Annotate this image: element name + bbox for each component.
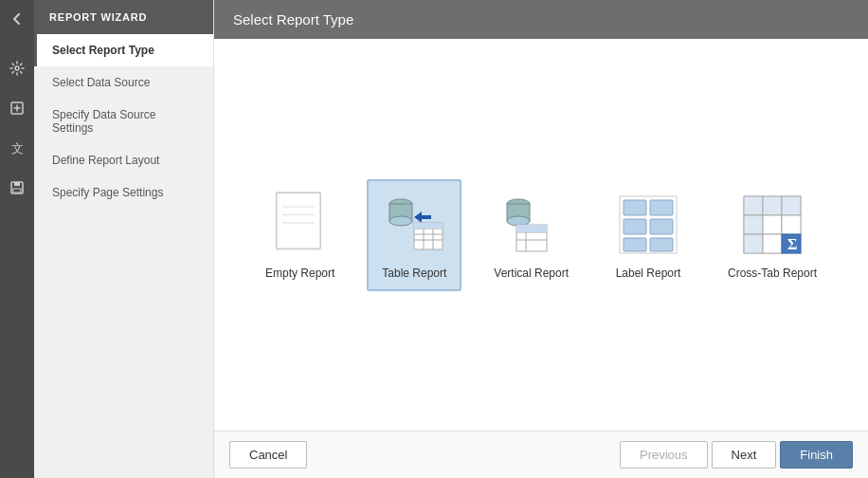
table-report-label: Table Report (382, 267, 446, 280)
crosstab-report-icon: Σ (738, 191, 806, 259)
svg-rect-41 (744, 215, 763, 234)
svg-rect-32 (650, 200, 673, 215)
svg-rect-31 (624, 200, 646, 215)
svg-rect-43 (782, 215, 801, 234)
svg-rect-40 (782, 196, 801, 215)
report-option-table[interactable]: Table Report (367, 179, 461, 291)
sidebar-item-select-data-source[interactable]: Select Data Source (34, 66, 213, 99)
label-report-icon (614, 191, 682, 259)
cancel-button[interactable]: Cancel (229, 441, 307, 469)
svg-rect-34 (650, 219, 673, 234)
svg-rect-5 (13, 189, 21, 193)
empty-report-icon (266, 191, 335, 259)
svg-point-12 (389, 216, 412, 226)
svg-rect-29 (516, 225, 547, 232)
empty-report-label: Empty Report (265, 267, 335, 280)
sidebar-item-specify-page-settings[interactable]: Specify Page Settings (34, 176, 213, 209)
sidebar-items: Select Report Type Select Data Source Sp… (34, 34, 213, 209)
report-option-vertical[interactable]: Vertical Report (480, 179, 582, 291)
main-header: Select Report Type (214, 0, 868, 39)
sidebar-item-select-report-type[interactable]: Select Report Type (34, 34, 213, 66)
svg-text:Σ: Σ (787, 236, 797, 252)
svg-rect-44 (744, 234, 763, 253)
svg-rect-35 (624, 238, 646, 251)
svg-rect-6 (276, 193, 320, 248)
sidebar: REPORT WIZARD Select Report Type Select … (34, 0, 214, 478)
table-report-icon (380, 191, 448, 259)
svg-rect-39 (763, 196, 782, 215)
footer-right: Previous Next Finish (620, 441, 853, 469)
vertical-report-label: Vertical Report (494, 267, 569, 280)
svg-rect-33 (624, 219, 646, 234)
svg-marker-13 (414, 211, 431, 223)
vertical-report-icon (497, 191, 566, 259)
svg-point-0 (15, 66, 19, 70)
tools-icon[interactable] (6, 57, 28, 80)
footer-left: Cancel (229, 441, 307, 469)
svg-rect-38 (744, 196, 763, 215)
svg-rect-4 (14, 182, 20, 186)
svg-rect-20 (414, 223, 443, 229)
svg-text:文: 文 (11, 141, 24, 156)
crosstab-report-label: Cross-Tab Report (728, 267, 817, 280)
sidebar-item-define-report-layout[interactable]: Define Report Layout (34, 144, 213, 176)
svg-rect-45 (763, 234, 782, 253)
finish-button[interactable]: Finish (780, 441, 853, 469)
next-button[interactable]: Next (712, 441, 777, 469)
label-report-label: Label Report (616, 267, 681, 280)
previous-button[interactable]: Previous (620, 441, 708, 469)
svg-rect-42 (763, 215, 782, 234)
icon-bar: 文 (0, 0, 34, 478)
text-icon[interactable]: 文 (6, 137, 28, 159)
sidebar-item-specify-data-source-settings[interactable]: Specify Data Source Settings (34, 99, 213, 144)
report-type-grid: Empty Report Table Report (214, 39, 868, 431)
svg-rect-36 (650, 238, 673, 251)
report-option-label[interactable]: Label Report (601, 179, 696, 291)
save-icon[interactable] (6, 176, 28, 199)
report-option-crosstab[interactable]: Σ Cross-Tab Report (714, 179, 830, 291)
report-option-empty[interactable]: Empty Report (252, 179, 348, 291)
back-icon[interactable] (6, 8, 28, 30)
add-icon[interactable] (6, 97, 28, 120)
footer: Cancel Previous Next Finish (214, 431, 868, 478)
main-content: Select Report Type Empty Report (214, 0, 868, 478)
sidebar-header: REPORT WIZARD (34, 0, 213, 34)
